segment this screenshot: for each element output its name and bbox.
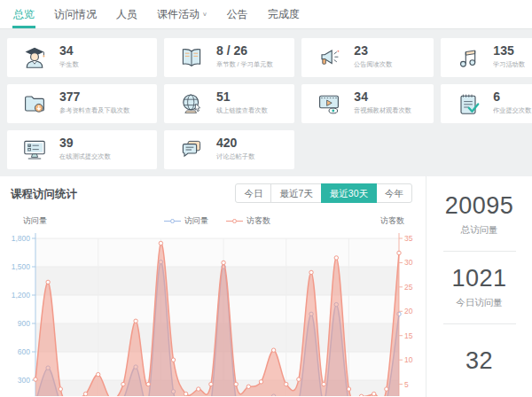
stat-label: 线上链接查看次数 bbox=[216, 106, 268, 115]
stat-card-reference-views: 377参考资料查看及下载次数 bbox=[7, 84, 157, 123]
stat-label: 在线测试提交次数 bbox=[59, 152, 111, 161]
folder-download-icon bbox=[20, 90, 49, 118]
nav-item-announcements[interactable]: 公告 bbox=[217, 0, 258, 28]
range-button-today[interactable]: 今日 bbox=[235, 183, 271, 203]
stat-label: 学生数 bbox=[59, 60, 79, 69]
student-icon bbox=[20, 43, 49, 72]
stat-value: 6 bbox=[493, 90, 532, 104]
nav-item-label: 公告 bbox=[227, 7, 248, 22]
nav-item-label: 人员 bbox=[116, 7, 137, 22]
stat-card-discussion-posts: 420讨论总帖子数 bbox=[164, 130, 294, 169]
stat-label: 作业提交次数 bbox=[493, 106, 531, 115]
svg-text:10: 10 bbox=[404, 355, 413, 364]
today-visits-label: 今日访问量 bbox=[456, 297, 503, 309]
stat-label: 参考资料查看及下载次数 bbox=[59, 106, 129, 115]
total-visits-block: 20095 总访问量 bbox=[426, 178, 532, 251]
top-nav: 总览访问情况人员课件活动∨公告完成度 bbox=[0, 0, 532, 29]
megaphone-icon bbox=[315, 43, 343, 72]
today-visits-block: 1021 今日访问量 bbox=[426, 252, 532, 324]
stat-value: 135 bbox=[493, 44, 532, 58]
svg-text:1,200: 1,200 bbox=[12, 291, 31, 300]
book-icon bbox=[177, 43, 206, 72]
monitor-test-icon bbox=[20, 136, 49, 164]
stat-card-assignment-submits: 6作业提交次数 bbox=[441, 84, 532, 123]
nav-item-courseware[interactable]: 课件活动∨ bbox=[147, 0, 217, 28]
stat-label: 公告阅读次数 bbox=[354, 60, 392, 69]
nav-item-visits[interactable]: 访问情况 bbox=[44, 0, 106, 28]
svg-text:5: 5 bbox=[404, 380, 409, 389]
stat-value: 420 bbox=[216, 136, 270, 150]
svg-text:1,500: 1,500 bbox=[12, 262, 31, 271]
stat-label: 音视频教材观看次数 bbox=[354, 106, 411, 115]
discussion-icon bbox=[177, 136, 206, 164]
stat-card-announcement-reads: 23公告阅读次数 bbox=[301, 38, 434, 77]
today-visits-value: 1021 bbox=[451, 265, 506, 292]
stat-card-students: 34学生数 bbox=[7, 38, 157, 77]
stat-value: 8 / 26 bbox=[216, 44, 294, 58]
video-watch-icon bbox=[315, 90, 343, 118]
chevron-down-icon: ∨ bbox=[202, 11, 207, 17]
nav-item-label: 完成度 bbox=[268, 7, 300, 22]
chart-title: 课程访问统计 bbox=[11, 187, 77, 202]
legend-marker-blue-icon bbox=[164, 219, 181, 223]
svg-text:600: 600 bbox=[18, 347, 30, 356]
svg-text:1,800: 1,800 bbox=[12, 234, 31, 243]
stat-value: 51 bbox=[216, 90, 287, 104]
music-note-icon bbox=[454, 43, 482, 72]
nav-item-label: 课件活动 bbox=[157, 7, 200, 22]
date-range-group: 今日最近7天最近30天今年 bbox=[236, 183, 412, 203]
svg-text:300: 300 bbox=[18, 376, 30, 385]
stat-card-test-submits: 39在线测试提交次数 bbox=[7, 130, 157, 169]
svg-text:35: 35 bbox=[404, 234, 413, 243]
stat-label: 章节数 / 学习单元数 bbox=[216, 60, 273, 69]
visits-area-chart: 3006009001,2001,5001,8005101520253035 bbox=[0, 176, 426, 397]
chart-svg: 3006009001,2001,5001,8005101520253035 bbox=[0, 176, 426, 396]
right-axis-name: 访客数 bbox=[380, 215, 404, 227]
legend-item-visits[interactable]: 访问量 bbox=[164, 215, 208, 227]
stat-card-link-views: 51线上链接查看次数 bbox=[164, 84, 294, 123]
assignment-check-icon bbox=[454, 90, 482, 118]
stat-value: 34 bbox=[354, 90, 434, 104]
range-button-thisyear[interactable]: 今年 bbox=[376, 183, 412, 203]
nav-item-members[interactable]: 人员 bbox=[106, 0, 147, 28]
visit-stats-panel: 课程访问统计 今日最近7天最近30天今年 访问量 访问量 访客数 访客数 300… bbox=[0, 176, 532, 397]
svg-text:20: 20 bbox=[404, 307, 413, 315]
chart-area: 课程访问统计 今日最近7天最近30天今年 访问量 访问量 访客数 访客数 300… bbox=[0, 176, 426, 397]
stat-card-learning-activities: 135学习活动数 bbox=[441, 38, 532, 77]
nav-item-label: 访问情况 bbox=[54, 7, 97, 22]
total-visits-label: 总访问量 bbox=[461, 224, 498, 237]
svg-text:15: 15 bbox=[404, 331, 413, 340]
chart-legend: 访问量 访客数 bbox=[35, 215, 399, 227]
stat-card-media-views: 34音视频教材观看次数 bbox=[301, 84, 434, 123]
stat-value: 377 bbox=[59, 90, 157, 104]
range-button-last30days[interactable]: 最近30天 bbox=[321, 183, 377, 203]
stat-card-chapters: 8 / 26章节数 / 学习单元数 bbox=[164, 38, 294, 77]
stat-label: 讨论总帖子数 bbox=[216, 152, 254, 161]
summary-column: 20095 总访问量 1021 今日访问量 32 bbox=[426, 176, 532, 397]
legend-item-visitors[interactable]: 访客数 bbox=[226, 215, 270, 227]
legend-marker-salmon-icon bbox=[226, 219, 243, 223]
nav-item-label: 总览 bbox=[13, 7, 35, 22]
total-visits-value: 20095 bbox=[445, 192, 514, 220]
third-stat-value: 32 bbox=[466, 347, 493, 375]
legend-label: 访问量 bbox=[184, 215, 208, 227]
stat-label: 学习活动数 bbox=[493, 60, 525, 69]
third-stat-block: 32 bbox=[426, 324, 532, 397]
stat-value: 23 bbox=[354, 44, 407, 58]
legend-label: 访客数 bbox=[246, 215, 270, 227]
nav-item-overview[interactable]: 总览 bbox=[4, 0, 44, 28]
stat-value: 34 bbox=[59, 44, 86, 58]
range-button-last7days[interactable]: 最近7天 bbox=[270, 183, 321, 203]
stat-cards-grid: 34学生数8 / 26章节数 / 学习单元数23公告阅读次数135学习活动数37… bbox=[7, 38, 525, 169]
stat-value: 39 bbox=[59, 136, 130, 150]
nav-item-completion[interactable]: 完成度 bbox=[258, 0, 309, 28]
svg-text:900: 900 bbox=[18, 319, 30, 328]
svg-text:25: 25 bbox=[404, 283, 413, 292]
svg-text:30: 30 bbox=[404, 258, 413, 267]
globe-link-icon bbox=[177, 90, 206, 118]
